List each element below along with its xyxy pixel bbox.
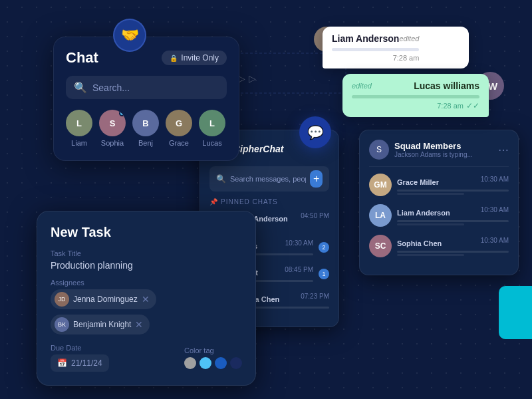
avatar-item-lucas[interactable]: L Lucas (199, 110, 225, 147)
cipher-search-row[interactable]: 🔍 + (209, 166, 329, 192)
sq-name-grace: Grace Miller (397, 178, 439, 186)
online-dot-sophia (119, 110, 125, 116)
liam-edited-label: edited (399, 35, 419, 43)
avatar-sophia: S (99, 110, 126, 136)
chat-widget: Chat 🔒 Invite Only 🔍 L Liam S Sophia B B… (53, 37, 239, 161)
color-tag-label: Color tag (184, 346, 242, 354)
squad-member-sophia[interactable]: SC Sophia Chen10:30 AM (369, 235, 509, 257)
sq-bar-short-sophia (397, 254, 464, 256)
color-tag-darkblue[interactable] (230, 357, 242, 369)
sq-name-sophia: Sophia Chen (397, 239, 442, 247)
badge-knight: 1 (319, 269, 329, 279)
remove-jenna-button[interactable]: ✕ (142, 294, 150, 305)
sq-bar-grace (397, 190, 509, 192)
lock-icon: 🔒 (170, 55, 178, 62)
sq-info-liam: Liam Anderson10:30 AM (397, 206, 509, 225)
sq-av-grace: GM (369, 174, 392, 196)
sq-name-liam: Liam Anderson (397, 209, 450, 217)
add-chat-button[interactable]: + (310, 170, 323, 188)
lucas-msg-bar (352, 95, 479, 98)
avatar-benj: B (132, 110, 159, 136)
due-date-box[interactable]: 📅 21/11/24 (51, 354, 109, 372)
chat-header: Chat 🔒 Invite Only (66, 49, 227, 66)
avatar-name-benj: Benj (138, 139, 153, 147)
liam-msg-time: 7:28 am (393, 54, 420, 62)
assignee-chip-benjamin[interactable]: BK Benjamin Knight ✕ (51, 315, 150, 334)
arrow-5: ▷ (249, 73, 256, 84)
new-task-panel: New Task Task Title Production planning … (37, 211, 256, 386)
cipher-knight-time: 08:45 PM (285, 266, 313, 273)
cipher-williams-time: 10:30 AM (285, 239, 313, 247)
new-task-title: New Task (51, 225, 242, 240)
cipher-search-input[interactable] (230, 175, 306, 183)
chat-title: Chat (66, 49, 98, 66)
assignee-av-benjamin: BK (55, 317, 69, 332)
pin-icon: 📌 (209, 198, 218, 205)
assignee-chip-jenna[interactable]: JD Jenna Dominguez ✕ (51, 289, 156, 309)
sq-bar-liam (397, 220, 509, 222)
assignee-name-benjamin: Benjamin Knight (73, 320, 131, 329)
assignee-name-jenna: Jenna Dominguez (73, 295, 138, 304)
assignee-av-jenna: JD (55, 292, 69, 307)
cipher-brand-name: CipherChat (233, 144, 283, 154)
squad-title-text: Squad Members Jackson Adams is typing... (394, 141, 473, 158)
invite-badge[interactable]: 🔒 Invite Only (162, 51, 227, 65)
squad-member-liam[interactable]: LA Liam Anderson10:30 AM (369, 204, 509, 227)
avatar-item-sophia[interactable]: S Sophia (99, 110, 126, 147)
sq-time-grace: 10:30 AM (481, 176, 509, 183)
avatar-name-lucas: Lucas (202, 139, 221, 147)
pinned-chats-label: 📌 PINNED CHATS (209, 198, 329, 205)
lucas-msg-time: 7:28 am (437, 102, 464, 110)
search-icon: 🔍 (74, 81, 87, 94)
avatar-name-grace: Grace (169, 139, 189, 147)
handshake-icon: 🤝 (113, 19, 146, 52)
avatar-item-liam[interactable]: L Liam (66, 110, 92, 147)
lucas-edited-label: edited (352, 82, 372, 90)
liam-sender-name: Liam Anderson (332, 33, 399, 44)
sq-bar-short-liam (397, 223, 464, 225)
squad-title-row: S Squad Members Jackson Adams is typing.… (369, 140, 473, 160)
squad-member-grace[interactable]: GM Grace Miller10:30 AM (369, 174, 509, 196)
cipher-sophia-time: 07:23 PM (301, 293, 329, 300)
sq-time-sophia: 10:30 AM (481, 237, 509, 244)
task-title-value[interactable]: Production planning (51, 260, 242, 271)
chat-search-input[interactable] (92, 82, 219, 93)
assignees-row: JD Jenna Dominguez ✕ BK Benjamin Knight … (51, 289, 242, 334)
squad-header: S Squad Members Jackson Adams is typing.… (369, 140, 509, 160)
avatar-item-grace[interactable]: G Grace (166, 110, 192, 147)
sq-time-liam: 10:30 AM (481, 206, 509, 213)
lucas-bubble-top: edited Lucas williams (352, 80, 479, 91)
avatar-grace: G (166, 110, 192, 136)
due-date-label: Due Date (51, 344, 109, 352)
sq-bar-short-grace (397, 193, 464, 195)
avatar-liam: L (66, 110, 92, 136)
chat-float-button[interactable]: 💬 (299, 116, 331, 148)
teal-action-block[interactable] (499, 286, 532, 339)
cipher-liam-time: 04:50 PM (301, 212, 329, 219)
avatar-lucas: L (199, 110, 225, 136)
liam-message-bubble: Liam Anderson edited 7:28 am (323, 27, 469, 68)
color-tag-gray[interactable] (184, 357, 196, 369)
color-tags-row (184, 357, 242, 369)
assignees-label: Assignees (51, 279, 242, 287)
squad-main-avatar: S (369, 140, 389, 160)
squad-divider (369, 166, 509, 167)
sq-av-sophia: SC (369, 235, 392, 257)
calendar-icon: 📅 (57, 358, 67, 368)
squad-options-button[interactable]: ⋯ (498, 144, 509, 156)
chat-search-bar[interactable]: 🔍 (66, 76, 227, 99)
squad-panel: S Squad Members Jackson Adams is typing.… (359, 130, 519, 275)
lucas-message-bubble: edited Lucas williams 7:28 am ✓✓ (342, 74, 489, 117)
sq-info-grace: Grace Miller10:30 AM (397, 176, 509, 195)
liam-msg-bar (332, 48, 419, 51)
color-tag-cyan[interactable] (200, 357, 211, 369)
color-tag-blue[interactable] (215, 357, 227, 369)
avatar-item-benj[interactable]: B Benj (132, 110, 159, 147)
message-bubbles: Liam Anderson edited 7:28 am edited Luca… (323, 27, 489, 117)
due-date-section: Due Date 📅 21/11/24 (51, 344, 109, 372)
invite-label: Invite Only (181, 53, 219, 63)
sq-bar-sophia (397, 251, 509, 253)
avatar-name-sophia: Sophia (101, 139, 124, 147)
sq-av-liam: LA (369, 204, 392, 227)
remove-benjamin-button[interactable]: ✕ (135, 319, 143, 330)
